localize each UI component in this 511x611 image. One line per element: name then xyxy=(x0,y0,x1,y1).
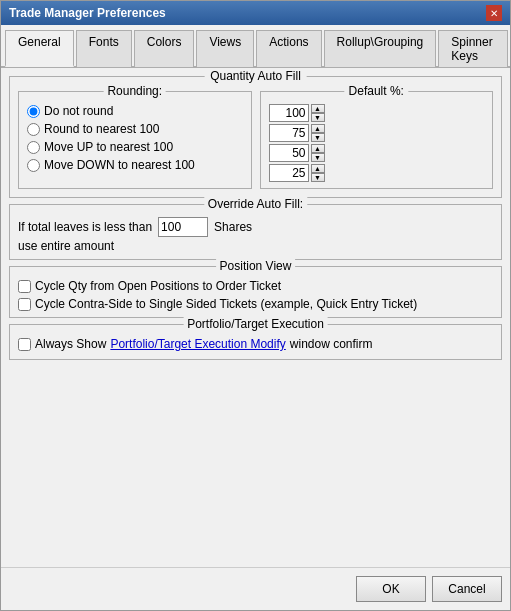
tab-views[interactable]: Views xyxy=(196,30,254,67)
radio-move-down-label: Move DOWN to nearest 100 xyxy=(44,158,195,172)
portfolio-checkbox[interactable] xyxy=(18,338,31,351)
spinner-buttons-2: ▲ ▼ xyxy=(311,144,325,162)
quantity-auto-fill-content: Rounding: Do not round Round to nearest … xyxy=(10,77,501,197)
override-content: If total leaves is less than Shares use … xyxy=(10,205,501,259)
radio-nearest-100: Round to nearest 100 xyxy=(27,122,243,136)
radio-do-not-round-label: Do not round xyxy=(44,104,113,118)
rounding-box: Rounding: Do not round Round to nearest … xyxy=(18,91,252,189)
spinner-row-2: ▲ ▼ xyxy=(269,144,485,162)
spinner-input-0[interactable] xyxy=(269,104,309,122)
spinner-up-1[interactable]: ▲ xyxy=(311,124,325,133)
tab-actions[interactable]: Actions xyxy=(256,30,321,67)
cycle-qty-row: Cycle Qty from Open Positions to Order T… xyxy=(18,279,493,293)
override-label-before: If total leaves is less than xyxy=(18,220,152,234)
rounding-content: Do not round Round to nearest 100 Move U… xyxy=(19,92,251,178)
rounding-title: Rounding: xyxy=(103,84,166,98)
spacer xyxy=(9,366,502,559)
spinner-input-3[interactable] xyxy=(269,164,309,182)
spinner-input-2[interactable] xyxy=(269,144,309,162)
portfolio-section: Portfolio/Target Execution Always Show P… xyxy=(9,324,502,360)
quantity-auto-fill-inner: Rounding: Do not round Round to nearest … xyxy=(18,91,493,189)
spinner-up-2[interactable]: ▲ xyxy=(311,144,325,153)
radio-move-down-input[interactable] xyxy=(27,159,40,172)
position-view-title: Position View xyxy=(216,259,296,273)
spinner-input-1[interactable] xyxy=(269,124,309,142)
portfolio-label-before: Always Show xyxy=(35,337,106,351)
position-view-section: Position View Cycle Qty from Open Positi… xyxy=(9,266,502,318)
tab-bar: General Fonts Colors Views Actions Rollu… xyxy=(1,25,510,68)
spinner-buttons-1: ▲ ▼ xyxy=(311,124,325,142)
spinner-down-1[interactable]: ▼ xyxy=(311,133,325,142)
radio-move-up-input[interactable] xyxy=(27,141,40,154)
quantity-auto-fill-title: Quantity Auto Fill xyxy=(204,69,307,83)
tab-spinner-keys[interactable]: Spinner Keys xyxy=(438,30,508,67)
default-pct-content: ▲ ▼ ▲ ▼ xyxy=(261,92,493,188)
portfolio-checkbox-row: Always Show Portfolio/Target Execution M… xyxy=(18,337,493,351)
spinner-buttons-0: ▲ ▼ xyxy=(311,104,325,122)
override-input[interactable] xyxy=(158,217,208,237)
quantity-auto-fill-section: Quantity Auto Fill Rounding: Do not roun… xyxy=(9,76,502,198)
spinner-row-0: ▲ ▼ xyxy=(269,104,485,122)
cycle-contra-label: Cycle Contra-Side to Single Sided Ticket… xyxy=(35,297,417,311)
radio-nearest-100-label: Round to nearest 100 xyxy=(44,122,159,136)
main-window: Trade Manager Preferences ✕ General Font… xyxy=(0,0,511,611)
override-label-after: Shares xyxy=(214,220,252,234)
spinner-down-3[interactable]: ▼ xyxy=(311,173,325,182)
bottom-bar: OK Cancel xyxy=(1,567,510,610)
title-bar: Trade Manager Preferences ✕ xyxy=(1,1,510,25)
spinner-buttons-3: ▲ ▼ xyxy=(311,164,325,182)
radio-move-down: Move DOWN to nearest 100 xyxy=(27,158,243,172)
cycle-qty-checkbox[interactable] xyxy=(18,280,31,293)
default-pct-title: Default %: xyxy=(345,84,408,98)
cycle-contra-row: Cycle Contra-Side to Single Sided Ticket… xyxy=(18,297,493,311)
window-title: Trade Manager Preferences xyxy=(9,6,166,20)
spinner-row-3: ▲ ▼ xyxy=(269,164,485,182)
position-view-content: Cycle Qty from Open Positions to Order T… xyxy=(10,267,501,317)
radio-move-up-label: Move UP to nearest 100 xyxy=(44,140,173,154)
radio-do-not-round: Do not round xyxy=(27,104,243,118)
cycle-contra-checkbox[interactable] xyxy=(18,298,31,311)
default-pct-box: Default %: ▲ ▼ xyxy=(260,91,494,189)
content-area: Quantity Auto Fill Rounding: Do not roun… xyxy=(1,68,510,567)
spinner-down-2[interactable]: ▼ xyxy=(311,153,325,162)
portfolio-title: Portfolio/Target Execution xyxy=(183,317,328,331)
spinner-row-1: ▲ ▼ xyxy=(269,124,485,142)
close-button[interactable]: ✕ xyxy=(486,5,502,21)
spinner-up-0[interactable]: ▲ xyxy=(311,104,325,113)
override-second-line: use entire amount xyxy=(18,239,114,253)
tab-colors[interactable]: Colors xyxy=(134,30,195,67)
override-auto-fill-section: Override Auto Fill: If total leaves is l… xyxy=(9,204,502,260)
ok-button[interactable]: OK xyxy=(356,576,426,602)
override-title: Override Auto Fill: xyxy=(204,197,307,211)
tab-general[interactable]: General xyxy=(5,30,74,67)
tab-fonts[interactable]: Fonts xyxy=(76,30,132,67)
cancel-button[interactable]: Cancel xyxy=(432,576,502,602)
radio-nearest-100-input[interactable] xyxy=(27,123,40,136)
portfolio-label-after: window confirm xyxy=(290,337,373,351)
tab-rollup-grouping[interactable]: Rollup\Grouping xyxy=(324,30,437,67)
portfolio-link[interactable]: Portfolio/Target Execution Modify xyxy=(110,337,285,351)
spinner-up-3[interactable]: ▲ xyxy=(311,164,325,173)
cycle-qty-label: Cycle Qty from Open Positions to Order T… xyxy=(35,279,281,293)
spinner-down-0[interactable]: ▼ xyxy=(311,113,325,122)
radio-move-up: Move UP to nearest 100 xyxy=(27,140,243,154)
radio-do-not-round-input[interactable] xyxy=(27,105,40,118)
